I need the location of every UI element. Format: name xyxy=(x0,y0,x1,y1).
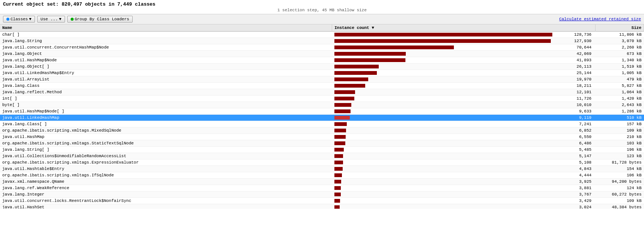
table-row[interactable]: java.lang.Object42,069673 kB xyxy=(0,51,644,57)
table-row[interactable]: java.util.HashMap$Node41,8931,340 kB xyxy=(0,57,644,64)
instance-bar xyxy=(334,103,351,107)
table-row[interactable]: java.lang.Class18,2115,827 kB xyxy=(0,83,644,89)
col-name[interactable]: Name xyxy=(0,24,332,32)
row-size: 48,384 bytes xyxy=(595,204,644,209)
count-label: 4,843 xyxy=(579,167,591,171)
table-row[interactable]: java.util.HashSet3,02448,384 bytes xyxy=(0,204,644,209)
table-row[interactable]: java.util.concurrent.ConcurrentHashMap$N… xyxy=(0,44,644,51)
row-size: 60,272 bytes xyxy=(595,191,644,198)
row-count: 4,444 xyxy=(332,172,595,179)
row-size: 123 kB xyxy=(595,153,644,159)
count-label: 10,010 xyxy=(577,103,592,107)
row-count: 6,486 xyxy=(332,140,595,147)
instance-bar xyxy=(334,116,350,120)
row-name: java.lang.Class xyxy=(0,83,332,89)
row-name: org.apache.ibatis.scripting.xmltags.Expr… xyxy=(0,159,332,166)
row-size: 103 kB xyxy=(595,140,644,147)
row-name: org.apache.ibatis.scripting.xmltags.Stat… xyxy=(0,140,332,147)
instance-bar xyxy=(334,109,351,113)
count-label: 9,119 xyxy=(579,115,591,120)
count-label: 6,486 xyxy=(579,141,591,146)
count-label: 11,726 xyxy=(577,96,592,101)
row-count: 6,852 xyxy=(332,127,595,134)
row-count: 25,144 xyxy=(332,70,595,76)
classes-button[interactable]: Classes ▼ xyxy=(3,16,35,23)
classes-dot-icon xyxy=(6,18,9,21)
count-label: 18,211 xyxy=(577,83,592,88)
row-name: java.util.HashMap$Node xyxy=(0,57,332,64)
table-row[interactable]: java.lang.Integer3,76760,272 bytes xyxy=(0,191,644,198)
table-row[interactable]: java.lang.reflect.Method12,1011,064 kB xyxy=(0,89,644,96)
row-name: javax.xml.namespace.QName xyxy=(0,179,332,185)
count-label: 25,144 xyxy=(577,71,592,75)
row-name: int[ ] xyxy=(0,96,332,102)
table-row[interactable]: int[ ]11,7261,420 kB xyxy=(0,96,644,102)
row-count: 9,633 xyxy=(332,108,595,115)
table-row[interactable]: org.apache.ibatis.scripting.xmltags.Mixe… xyxy=(0,127,644,134)
table-row[interactable]: java.util.ArrayList19,970479 kB xyxy=(0,76,644,83)
row-count: 70,644 xyxy=(332,44,595,51)
table-row[interactable]: javax.xml.namespace.QName3,92594,200 byt… xyxy=(0,179,644,185)
row-size: 124 kB xyxy=(595,185,644,191)
table-row[interactable]: java.util.HashMap$Node[ ]9,6331,286 kB xyxy=(0,108,644,115)
row-name: byte[ ] xyxy=(0,102,332,108)
col-size[interactable]: Size xyxy=(595,24,644,32)
table-row[interactable]: java.util.concurrent.locks.ReentrantLock… xyxy=(0,198,644,204)
table-row[interactable]: java.lang.String[ ]5,485196 kB xyxy=(0,147,644,153)
instance-bar xyxy=(334,46,454,49)
table-row[interactable]: java.lang.Class[ ]7,241157 kB xyxy=(0,121,644,127)
count-label: 3,925 xyxy=(579,179,591,184)
table-row[interactable]: org.apache.ibatis.scripting.xmltags.Stat… xyxy=(0,140,644,147)
table-row[interactable]: java.lang.String127,9303,070 kB xyxy=(0,38,644,44)
row-size: 11,806 kB xyxy=(595,32,644,38)
table-row[interactable]: java.util.LinkedHashMap9,119510 kB xyxy=(0,115,644,121)
row-name: java.lang.Object[ ] xyxy=(0,64,332,70)
row-name: java.lang.Class[ ] xyxy=(0,121,332,127)
table-header-row: Name Instance count ▼ Size xyxy=(0,24,644,32)
row-count: 3,767 xyxy=(332,191,595,198)
col-instance-count[interactable]: Instance count ▼ xyxy=(332,24,595,32)
row-name: java.lang.Object xyxy=(0,51,332,57)
table-row[interactable]: java.util.LinkedHashMap$Entry25,1441,005… xyxy=(0,70,644,76)
row-name: java.util.LinkedHashMap$Entry xyxy=(0,70,332,76)
table-row[interactable]: org.apache.ibatis.scripting.xmltags.IfSq… xyxy=(0,172,644,179)
row-count: 4,843 xyxy=(332,166,595,172)
table-row[interactable]: java.util.HashMap6,550210 kB xyxy=(0,134,644,140)
count-label: 7,241 xyxy=(579,122,591,126)
table-row[interactable]: char[ ]128,73611,806 kB xyxy=(0,32,644,38)
row-name: char[ ] xyxy=(0,32,332,38)
table-row[interactable]: org.apache.ibatis.scripting.xmltags.Expr… xyxy=(0,159,644,166)
instance-bar xyxy=(334,52,406,56)
row-count: 5,108 xyxy=(332,159,595,166)
instance-bar xyxy=(334,180,341,184)
count-label: 19,970 xyxy=(577,77,592,82)
page-title: Current object set: 820,497 objects in 7… xyxy=(3,2,641,7)
table-row[interactable]: java.util.Hashtable$Entry4,843154 kB xyxy=(0,166,644,172)
instance-bar xyxy=(334,205,340,209)
instance-bar xyxy=(334,77,368,81)
instance-bar xyxy=(334,141,345,145)
table-row[interactable]: java.util.Collections$UnmodifiableRandom… xyxy=(0,153,644,159)
instance-bar xyxy=(334,71,377,75)
row-size: 196 kB xyxy=(595,147,644,153)
row-name: java.util.HashMap$Node[ ] xyxy=(0,108,332,115)
calculate-retained-size-link[interactable]: Calculate estimated retained size xyxy=(559,17,641,21)
count-label: 128,736 xyxy=(574,32,591,37)
row-size: 81,728 bytes xyxy=(595,159,644,166)
row-count: 10,010 xyxy=(332,102,595,108)
row-size: 1,340 kB xyxy=(595,57,644,64)
group-loaders-button[interactable]: Group By Class Loaders xyxy=(67,16,133,23)
table-row[interactable]: java.lang.Object[ ]26,1131,519 kB xyxy=(0,64,644,70)
row-count: 3,024 xyxy=(332,204,595,209)
table-row[interactable]: byte[ ]10,0102,643 kB xyxy=(0,102,644,108)
instance-bar xyxy=(334,199,340,203)
use-dropdown-icon: ▼ xyxy=(59,17,62,21)
use-button[interactable]: Use ... ▼ xyxy=(37,16,65,23)
row-count: 127,930 xyxy=(332,38,595,44)
count-label: 5,485 xyxy=(579,147,591,152)
count-label: 127,930 xyxy=(574,39,591,43)
count-label: 3,881 xyxy=(579,186,591,190)
table-row[interactable]: java.lang.ref.WeakReference3,881124 kB xyxy=(0,185,644,191)
instance-bar xyxy=(334,39,551,43)
row-name: java.util.concurrent.locks.ReentrantLock… xyxy=(0,198,332,204)
